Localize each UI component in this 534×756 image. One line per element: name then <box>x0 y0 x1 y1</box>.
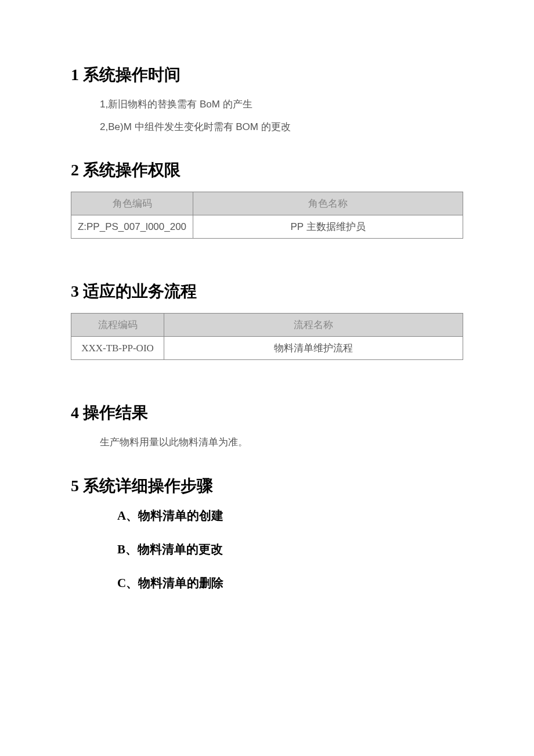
role-code-cell: Z:PP_PS_007_l000_200 <box>71 215 193 239</box>
process-table: 流程编码 流程名称 XXX-TB-PP-OIO 物料清单维护流程 <box>71 313 463 360</box>
section-3-heading: 3 适应的业务流程 <box>71 280 463 303</box>
heading-number: 4 <box>71 404 79 422</box>
roles-table: 角色编码 角色名称 Z:PP_PS_007_l000_200 PP 主数据维护员 <box>71 192 463 239</box>
process-header-code: 流程编码 <box>71 314 164 337</box>
step-item-b: B、物料清单的更改 <box>117 541 463 557</box>
process-header-name: 流程名称 <box>164 314 463 337</box>
heading-number: 5 <box>71 477 79 495</box>
heading-text: 操作结果 <box>83 404 148 422</box>
section-1: 1 系统操作时间 1,新旧物料的替换需有 BoM 的产生 2,Be)M 中组件发… <box>71 64 463 135</box>
step-item-a: A、物料清单的创建 <box>117 507 463 524</box>
role-name-cell: PP 主数据维护员 <box>193 215 463 239</box>
roles-header-code: 角色编码 <box>71 192 193 215</box>
process-name-cell: 物料清单维护流程 <box>164 337 463 360</box>
heading-number: 3 <box>71 282 79 300</box>
section-4-body: 生产物料用量以此物料清单为准。 <box>100 434 463 450</box>
roles-header-name: 角色名称 <box>193 192 463 215</box>
heading-text: 系统详细操作步骤 <box>83 477 213 495</box>
section-2-heading: 2 系统操作权限 <box>71 159 463 181</box>
section-1-line-1: 1,新旧物料的替换需有 BoM 的产生 <box>100 96 463 112</box>
table-row: Z:PP_PS_007_l000_200 PP 主数据维护员 <box>71 215 463 239</box>
process-code-cell: XXX-TB-PP-OIO <box>71 337 164 360</box>
section-4: 4 操作结果 生产物料用量以此物料清单为准。 <box>71 402 463 450</box>
section-1-line-2: 2,Be)M 中组件发生变化时需有 BOM 的更改 <box>100 119 463 135</box>
section-4-heading: 4 操作结果 <box>71 402 463 424</box>
section-5: 5 系统详细操作步骤 A、物料清单的创建 B、物料清单的更改 C、物料清单的删除 <box>71 475 463 591</box>
heading-text: 系统操作权限 <box>83 161 181 179</box>
step-item-c: C、物料清单的删除 <box>117 575 463 591</box>
section-1-heading: 1 系统操作时间 <box>71 64 463 86</box>
heading-number: 2 <box>71 161 79 179</box>
section-3: 3 适应的业务流程 流程编码 流程名称 XXX-TB-PP-OIO 物料清单维护… <box>71 280 463 360</box>
heading-number: 1 <box>71 66 79 84</box>
table-row: XXX-TB-PP-OIO 物料清单维护流程 <box>71 337 463 360</box>
section-5-heading: 5 系统详细操作步骤 <box>71 475 463 497</box>
section-2: 2 系统操作权限 角色编码 角色名称 Z:PP_PS_007_l000_200 … <box>71 159 463 239</box>
heading-text: 适应的业务流程 <box>83 282 197 300</box>
heading-text: 系统操作时间 <box>83 66 181 84</box>
table-header-row: 流程编码 流程名称 <box>71 314 463 337</box>
table-header-row: 角色编码 角色名称 <box>71 192 463 215</box>
